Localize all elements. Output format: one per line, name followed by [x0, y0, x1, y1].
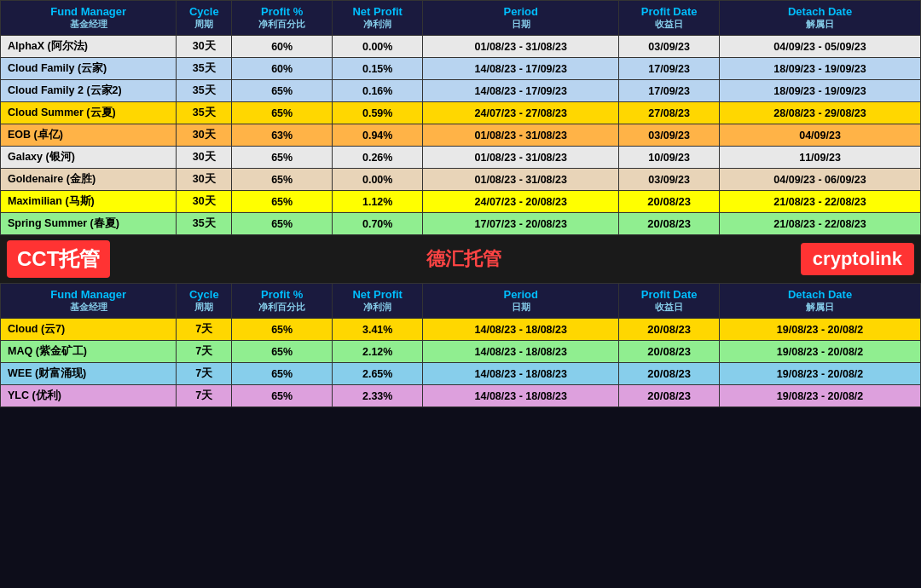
bth-detach-date-en: Detach Date [788, 288, 852, 301]
cell-detach-date: 18/09/23 - 19/09/23 [720, 80, 921, 102]
bottom-header-row: Fund Manager 基金经理 Cycle 周期 Profit % 净利百分… [1, 284, 921, 319]
cell-detach-date: 11/09/23 [720, 147, 921, 169]
cell-net-profit: 0.94% [333, 124, 423, 147]
table-row: WEE (财富涌现) 7天 65% 2.65% 14/08/23 - 18/08… [1, 363, 921, 385]
cell-period: 24/07/23 - 27/08/23 [423, 102, 619, 124]
cell-period: 14/08/23 - 18/08/23 [423, 319, 619, 341]
th-profit-date-en: Profit Date [641, 5, 698, 18]
cell-profit-date: 03/09/23 [619, 36, 720, 58]
th-profit-date-zh: 收益日 [623, 18, 715, 31]
cell-detach-date: 19/08/23 - 20/08/2 [720, 385, 921, 407]
cell-fund-name: Goldenaire (金胜) [1, 169, 177, 191]
cell-net-profit: 0.00% [333, 36, 423, 58]
cell-period: 14/08/23 - 18/08/23 [423, 363, 619, 385]
cell-profit-date: 20/08/23 [619, 191, 720, 213]
table-row: Cloud (云7) 7天 65% 3.41% 14/08/23 - 18/08… [1, 319, 921, 341]
cell-profit-pct: 60% [232, 36, 333, 58]
cryptolink-label: cryptolink [801, 243, 914, 275]
th-period-zh: 日期 [426, 18, 615, 31]
top-table-wrapper: Fund Manager 基金经理 Cycle 周期 Profit % 净利百分… [0, 0, 921, 235]
cell-profit-date: 20/08/23 [619, 363, 720, 385]
table-row: YLC (优利) 7天 65% 2.33% 14/08/23 - 18/08/2… [1, 385, 921, 407]
cct-label: CCT托管 [7, 240, 110, 278]
table-row: Galaxy (银河) 30天 65% 0.26% 01/08/23 - 31/… [1, 147, 921, 169]
top-table: Fund Manager 基金经理 Cycle 周期 Profit % 净利百分… [0, 0, 921, 235]
th-profit-pct: Profit % 净利百分比 [232, 1, 333, 36]
cell-profit-pct: 65% [232, 102, 333, 124]
cell-net-profit: 0.15% [333, 58, 423, 80]
th-cycle: Cycle 周期 [177, 1, 232, 36]
th-fund-manager: Fund Manager 基金经理 [1, 1, 177, 36]
cell-cycle: 7天 [177, 363, 232, 385]
th-cycle-zh: 周期 [180, 18, 228, 31]
cell-net-profit: 0.70% [333, 213, 423, 235]
bth-detach-date-zh: 解属日 [723, 301, 917, 314]
table-row: EOB (卓亿) 30天 63% 0.94% 01/08/23 - 31/08/… [1, 124, 921, 147]
cell-profit-pct: 65% [232, 80, 333, 102]
cell-detach-date: 18/09/23 - 19/09/23 [720, 58, 921, 80]
cell-cycle: 7天 [177, 319, 232, 341]
cell-fund-name: MAQ (紫金矿工) [1, 341, 177, 363]
cell-profit-date: 17/09/23 [619, 58, 720, 80]
cell-fund-name: Maximilian (马斯) [1, 191, 177, 213]
bth-profit-date: Profit Date 收益日 [619, 284, 720, 319]
cell-cycle: 7天 [177, 341, 232, 363]
cell-profit-date: 20/08/23 [619, 213, 720, 235]
th-profit-pct-en: Profit % [261, 5, 303, 18]
cell-cycle: 35天 [177, 58, 232, 80]
bth-cycle: Cycle 周期 [177, 284, 232, 319]
cell-detach-date: 21/08/23 - 22/08/23 [720, 213, 921, 235]
cell-cycle: 30天 [177, 124, 232, 147]
th-detach-date: Detach Date 解属日 [720, 1, 921, 36]
table-row: Goldenaire (金胜) 30天 65% 0.00% 01/08/23 -… [1, 169, 921, 191]
cell-fund-name: Cloud (云7) [1, 319, 177, 341]
cell-cycle: 30天 [177, 36, 232, 58]
table-row: MAQ (紫金矿工) 7天 65% 2.12% 14/08/23 - 18/08… [1, 341, 921, 363]
cell-net-profit: 0.00% [333, 169, 423, 191]
top-table-body: AlphaX (阿尔法) 30天 60% 0.00% 01/08/23 - 31… [1, 36, 921, 235]
main-container: Fund Manager 基金经理 Cycle 周期 Profit % 净利百分… [0, 0, 921, 588]
th-net-profit-zh: 净利润 [336, 18, 419, 31]
cell-detach-date: 04/09/23 - 05/09/23 [720, 36, 921, 58]
th-period-en: Period [503, 5, 537, 18]
cell-fund-name: AlphaX (阿尔法) [1, 36, 177, 58]
bth-fund-manager: Fund Manager 基金经理 [1, 284, 177, 319]
cell-net-profit: 2.33% [333, 385, 423, 407]
cell-detach-date: 04/09/23 - 06/09/23 [720, 169, 921, 191]
bth-cycle-en: Cycle [189, 288, 219, 301]
cell-period: 14/08/23 - 18/08/23 [423, 341, 619, 363]
cell-cycle: 30天 [177, 147, 232, 169]
cell-profit-date: 10/09/23 [619, 147, 720, 169]
cell-profit-pct: 60% [232, 58, 333, 80]
bth-period-zh: 日期 [426, 301, 615, 314]
dehui-label: 德汇托管 [127, 246, 801, 272]
cell-profit-pct: 65% [232, 319, 333, 341]
bottom-table: Fund Manager 基金经理 Cycle 周期 Profit % 净利百分… [0, 283, 921, 407]
cell-cycle: 35天 [177, 213, 232, 235]
th-fund-zh: 基金经理 [4, 18, 172, 31]
cell-period: 14/08/23 - 18/08/23 [423, 385, 619, 407]
bth-detach-date: Detach Date 解属日 [720, 284, 921, 319]
cell-detach-date: 04/09/23 [720, 124, 921, 147]
bth-net-profit-en: Net Profit [352, 288, 403, 301]
cell-profit-date: 03/09/23 [619, 124, 720, 147]
bth-profit-date-zh: 收益日 [623, 301, 715, 314]
cell-profit-pct: 65% [232, 191, 333, 213]
cell-net-profit: 0.16% [333, 80, 423, 102]
cell-cycle: 7天 [177, 385, 232, 407]
cell-net-profit: 2.12% [333, 341, 423, 363]
cell-net-profit: 3.41% [333, 319, 423, 341]
cell-cycle: 30天 [177, 169, 232, 191]
bth-net-profit: Net Profit 净利润 [333, 284, 423, 319]
cell-fund-name: EOB (卓亿) [1, 124, 177, 147]
top-header-row: Fund Manager 基金经理 Cycle 周期 Profit % 净利百分… [1, 1, 921, 36]
cell-net-profit: 1.12% [333, 191, 423, 213]
cell-profit-date: 20/08/23 [619, 341, 720, 363]
bth-profit-pct: Profit % 净利百分比 [232, 284, 333, 319]
table-row: AlphaX (阿尔法) 30天 60% 0.00% 01/08/23 - 31… [1, 36, 921, 58]
cell-profit-pct: 65% [232, 213, 333, 235]
th-profit-pct-zh: 净利百分比 [235, 18, 328, 31]
bottom-table-wrapper: Fund Manager 基金经理 Cycle 周期 Profit % 净利百分… [0, 283, 921, 407]
th-detach-date-zh: 解属日 [723, 18, 917, 31]
cell-detach-date: 19/08/23 - 20/08/2 [720, 341, 921, 363]
